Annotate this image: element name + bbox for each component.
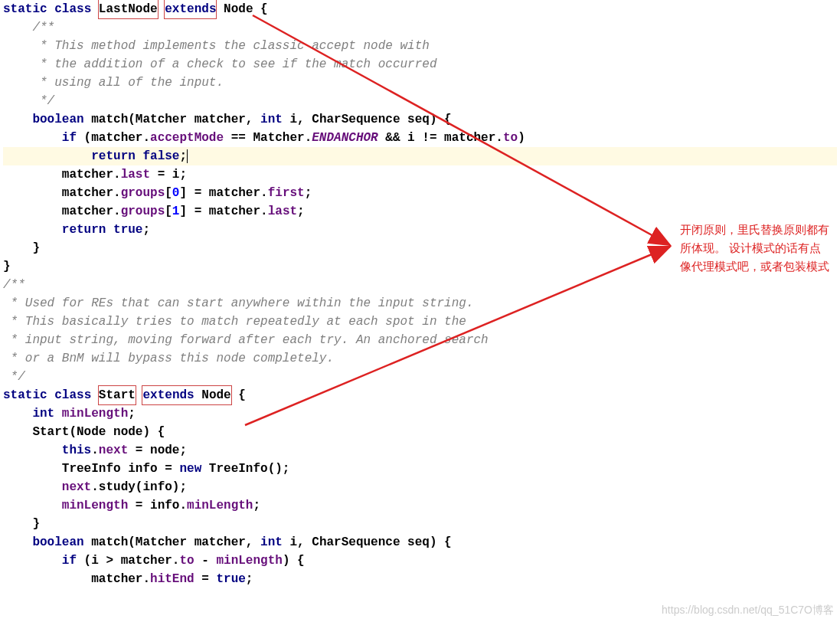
code-line: if (matcher.acceptMode == Matcher.ENDANC… (3, 129, 837, 147)
code-line: */ (3, 92, 837, 110)
code-line: TreeInfo info = new TreeInfo(); (3, 460, 837, 478)
code-line: if (i > matcher.to - minLength) { (3, 552, 837, 570)
code-line: * or a BnM will bypass this node complet… (3, 349, 837, 368)
code-line: static class Start extends Node { (3, 386, 837, 404)
code-line: matcher.groups[1] = matcher.last; (3, 202, 837, 221)
code-line: /** (3, 18, 837, 37)
code-line: matcher.last = i; (3, 165, 837, 184)
code-line: * Used for REs that can start anywhere w… (3, 294, 837, 313)
code-line: /** (3, 276, 837, 294)
code-line: next.study(info); (3, 478, 837, 496)
code-line: } (3, 515, 837, 533)
code-line: * This basically tries to match repeated… (3, 313, 837, 331)
code-line: * input string, moving forward after eac… (3, 331, 837, 349)
code-line-highlighted: return false; (3, 147, 837, 165)
highlight-box-extends-node: extends Node (142, 385, 231, 405)
code-line: */ (3, 368, 837, 386)
code-line: minLength = info.minLength; (3, 496, 837, 515)
code-line: static class LastNode extends Node { (3, 0, 837, 18)
code-line: boolean match(Matcher matcher, int i, Ch… (3, 110, 837, 129)
text-cursor (187, 149, 188, 163)
highlight-box-start: Start (98, 385, 136, 405)
code-line: * This method implements the classic acc… (3, 37, 837, 55)
watermark-text: https://blog.csdn.net/qq_51C7O博客 (662, 604, 834, 617)
code-line: matcher.groups[0] = matcher.first; (3, 184, 837, 202)
annotation-text: 开闭原则，里氏替换原则都有 所体现。 设计模式的话有点 像代理模式吧，或者包装模… (680, 221, 833, 276)
code-line: int minLength; (3, 404, 837, 423)
code-line: this.next = node; (3, 441, 837, 460)
highlight-box-lastnode: LastNode (98, 0, 159, 19)
code-line: matcher.hitEnd = true; (3, 570, 837, 588)
code-block: static class LastNode extends Node { /**… (0, 0, 840, 588)
highlight-box-extends: extends (164, 0, 217, 19)
code-line: * the addition of a check to see if the … (3, 55, 837, 74)
code-line: boolean match(Matcher matcher, int i, Ch… (3, 533, 837, 552)
code-line: * using all of the input. (3, 74, 837, 92)
code-line: Start(Node node) { (3, 423, 837, 441)
